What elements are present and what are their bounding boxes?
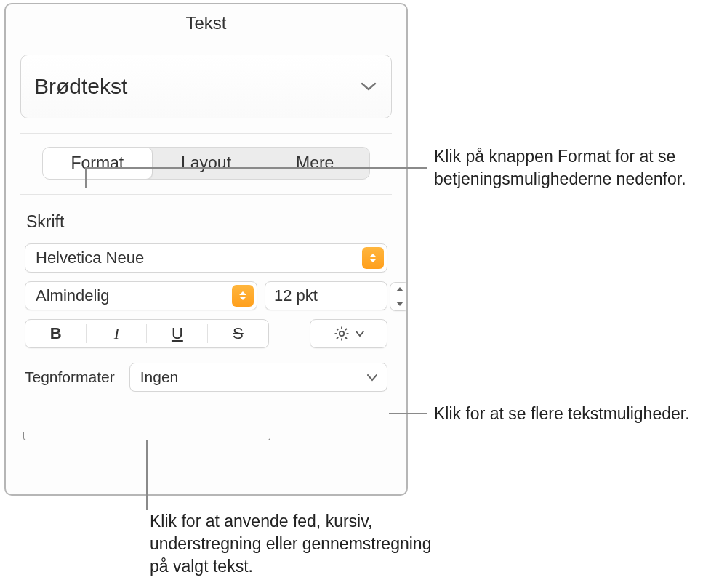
svg-line-7 [337, 337, 338, 339]
bold-label: B [50, 324, 62, 343]
callout-bracket [23, 432, 270, 440]
paragraph-style-label: Brødtekst [34, 74, 127, 99]
character-formats-value: Ingen [140, 368, 179, 386]
paragraph-style-select[interactable]: Brødtekst [20, 55, 392, 118]
callout-gear: Klik for at se flere tekstmuligheder. [434, 403, 696, 425]
font-family-select[interactable]: Helvetica Neue [25, 243, 387, 273]
chevron-down-icon [361, 81, 377, 92]
callout-line [85, 167, 427, 169]
bold-button[interactable]: B [25, 320, 87, 347]
callout-format: Klik på knappen Format for at se betjeni… [434, 145, 718, 190]
strikethrough-label: S [233, 324, 244, 343]
callout-bius: Klik for at anvende fed, kursiv, underst… [150, 510, 441, 578]
tab-format[interactable]: Format [42, 147, 153, 180]
stepper-down[interactable] [390, 297, 408, 311]
callout-line [389, 413, 427, 414]
tab-more-label: Mere [296, 153, 334, 173]
italic-label: I [114, 324, 119, 343]
font-size-stepper[interactable] [390, 282, 408, 311]
svg-point-0 [339, 331, 343, 336]
divider [20, 194, 392, 195]
divider [20, 133, 392, 134]
chevron-down-icon [366, 374, 378, 382]
text-format-panel: Tekst Brødtekst Format Layout Mere Skrif… [4, 3, 408, 496]
tab-layout[interactable]: Layout [152, 148, 261, 179]
character-formats-select[interactable]: Ingen [129, 363, 387, 392]
font-size-field[interactable]: 12 pkt [265, 281, 387, 310]
chevron-down-icon [355, 330, 365, 337]
tab-more[interactable]: Mere [260, 148, 369, 179]
font-family-value: Helvetica Neue [36, 249, 144, 267]
text-style-group: B I U S [25, 319, 269, 348]
underline-label: U [172, 324, 183, 343]
tab-layout-label: Layout [181, 153, 231, 173]
svg-line-8 [345, 329, 346, 330]
font-variant-value: Almindelig [36, 286, 110, 305]
popup-handle-icon [232, 285, 254, 307]
font-size-value: 12 pkt [274, 286, 318, 305]
strikethrough-button[interactable]: S [208, 320, 269, 347]
svg-line-6 [345, 337, 346, 339]
callout-line [85, 167, 87, 188]
stepper-up[interactable] [390, 283, 408, 297]
advanced-options-button[interactable] [310, 319, 387, 348]
character-formats-label: Tegnformater [25, 368, 115, 386]
callout-line [146, 440, 148, 510]
popup-handle-icon [362, 247, 384, 269]
font-section-label: Skrift [26, 212, 406, 232]
gear-icon [333, 325, 350, 342]
svg-line-5 [337, 329, 338, 330]
underline-button[interactable]: U [147, 320, 208, 347]
tab-format-label: Format [71, 153, 124, 173]
text-tab-segmented-control: Format Layout Mere [42, 147, 370, 180]
panel-title: Tekst [6, 4, 406, 41]
font-variant-select[interactable]: Almindelig [25, 281, 257, 310]
italic-button[interactable]: I [87, 320, 148, 347]
